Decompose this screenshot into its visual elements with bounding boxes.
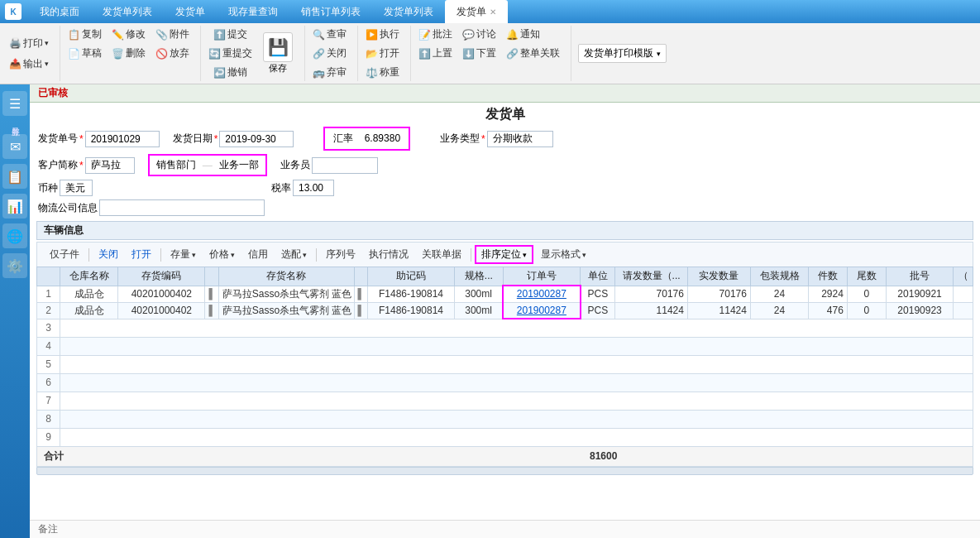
sidebar-icon-reports[interactable]: 📊 — [2, 194, 27, 219]
credit-btn[interactable]: 信用 — [242, 246, 274, 263]
close-doc-button[interactable]: 🔗 关闭 — [308, 45, 351, 62]
weigh-icon: ⚖️ — [366, 67, 378, 79]
match-dropdown-icon[interactable]: ▾ — [303, 251, 307, 259]
row-item-code: 40201000402 — [118, 286, 205, 302]
submit-button[interactable]: ⬆️ 提交 — [209, 26, 251, 43]
close-rows-btn[interactable]: 关闭 — [93, 246, 124, 263]
nav-delivery-list2[interactable]: 发货单列表 — [372, 0, 445, 23]
resubmit-button[interactable]: 🔄 重提交 — [204, 45, 256, 62]
attach-button[interactable]: 📎 附件 — [151, 26, 194, 43]
copy-button[interactable]: 📋 复制 — [64, 26, 106, 43]
order-link[interactable]: 201900287 — [517, 288, 566, 300]
row-pieces: 2924 — [809, 286, 848, 302]
row-order-no[interactable]: 201900287 — [503, 286, 581, 302]
execute-button[interactable]: ▶️ 执行 — [361, 26, 404, 43]
nav-delivery-doc2[interactable]: 发货单 ✕ — [445, 0, 508, 23]
sidebar-icon-tasks[interactable]: 📋 — [2, 164, 27, 189]
dept-sep: — — [203, 160, 213, 171]
child-item-btn[interactable]: 仅子件 — [44, 246, 85, 263]
stock-btn[interactable]: 存量 ▾ — [165, 246, 202, 263]
nav-my-desk[interactable]: 我的桌面 — [28, 0, 91, 23]
nav-delivery-list1[interactable]: 发货单列表 — [91, 0, 164, 23]
row-act-qty: 70176 — [687, 286, 750, 302]
customer-value[interactable]: 萨马拉 — [85, 157, 135, 174]
biz-type-value[interactable]: 分期收款 — [487, 131, 553, 147]
draft-button[interactable]: 📄 草稿 — [64, 45, 106, 62]
app-logo: K — [5, 3, 22, 20]
row-order-no[interactable]: 201900287 — [503, 302, 581, 319]
nav-stock-query[interactable]: 现存量查询 — [217, 0, 289, 23]
row-extra — [954, 302, 973, 319]
weigh-button[interactable]: ⚖️ 称重 — [361, 64, 404, 81]
sort-pos-dropdown-icon[interactable]: ▾ — [523, 251, 527, 259]
nav-sales-order-list[interactable]: 销售订单列表 — [289, 0, 372, 23]
table-row: 2 成品仓 40201000402 ▌ 萨马拉Sasso杀虫气雾剂 蓝色（加纳）… — [37, 302, 973, 319]
sort-pos-btn[interactable]: 排序定位 ▾ — [475, 245, 533, 264]
row-pack-spec: 24 — [750, 302, 808, 319]
print-icon: 🖨️ — [9, 37, 22, 49]
match-btn[interactable]: 选配 ▾ — [275, 246, 313, 263]
print-button[interactable]: 🖨️ 打印 ▾ — [5, 34, 53, 53]
edit-button[interactable]: ✏️ 修改 — [108, 26, 150, 43]
notify-button[interactable]: 🔔 通知 — [502, 26, 544, 43]
sidebar-icon-nav[interactable]: ☰ — [2, 91, 27, 116]
annotate-button[interactable]: 📝 批注 — [414, 26, 457, 43]
exec-status-btn[interactable]: 执行情况 — [363, 246, 414, 263]
table-row: 4 — [37, 337, 973, 355]
close-doc-icon: 🔗 — [313, 48, 325, 60]
show-format-dropdown-icon[interactable]: ▾ — [582, 251, 586, 259]
seq-no-btn[interactable]: 序列号 — [320, 246, 361, 263]
col-req-qty: 请发数量（... — [615, 267, 688, 286]
date-value[interactable]: 2019-09-30 — [219, 131, 294, 147]
row-memo-code: F1486-190814 — [367, 302, 454, 319]
row-warehouse: 成品仓 — [60, 286, 118, 302]
link-all-button[interactable]: 🔗 整单关联 — [502, 45, 564, 62]
tax-rate-field: 税率 13.00 — [271, 180, 334, 196]
delete-button[interactable]: 🗑️ 删除 — [108, 45, 150, 62]
row-num: 1 — [37, 286, 60, 302]
export-button[interactable]: 📤 输出 ▾ — [5, 55, 53, 74]
col-flag2 — [354, 267, 367, 286]
row-batch: 20190923 — [886, 302, 954, 319]
close-tab-icon[interactable]: ✕ — [490, 7, 496, 17]
print-template-dropdown-icon[interactable]: ▾ — [657, 50, 661, 58]
sidebar-icon-mail[interactable]: ✉ — [2, 134, 27, 159]
save-button[interactable]: 💾 — [263, 32, 293, 62]
tax-rate-value[interactable]: 13.00 — [293, 180, 334, 196]
col-remainder: 尾数 — [847, 267, 886, 286]
currency-value[interactable]: 美元 — [60, 180, 93, 196]
export-dropdown-icon[interactable]: ▾ — [45, 60, 49, 68]
row-item-name: 萨马拉Sasso杀虫气雾剂 蓝色（加纳） — [218, 286, 354, 302]
price-dropdown-icon[interactable]: ▾ — [231, 251, 235, 259]
vehicle-section-header: 车辆信息 — [36, 221, 973, 240]
price-btn[interactable]: 价格 ▾ — [203, 246, 241, 263]
h-scrollbar[interactable] — [36, 467, 973, 475]
dept-value[interactable]: 业务一部 — [219, 158, 259, 172]
nav-delivery-doc1[interactable]: 发货单 — [164, 0, 217, 23]
stock-dropdown-icon[interactable]: ▾ — [192, 251, 196, 259]
pin-bottom-button[interactable]: ⬇️ 下置 — [458, 45, 500, 62]
total-qty: 81600 — [590, 450, 617, 462]
doc-title: 发货单 — [30, 103, 980, 125]
biz-person-value[interactable] — [312, 157, 378, 174]
discard-button[interactable]: 🚫 放弃 — [151, 45, 194, 62]
pin-top-button[interactable]: ⬆️ 上置 — [414, 45, 457, 62]
date-field: 发货日期 * 2019-09-30 — [173, 131, 294, 147]
review-button[interactable]: 🔍 查审 — [308, 26, 351, 43]
order-link[interactable]: 201900287 — [517, 305, 566, 316]
doc-no-value[interactable]: 201901029 — [85, 131, 160, 147]
related-doc-btn[interactable]: 关联单据 — [416, 246, 467, 263]
open-rows-btn[interactable]: 打开 — [126, 246, 157, 263]
open-button[interactable]: 📂 打开 — [361, 45, 404, 62]
sidebar-icon-control[interactable]: ⚙️ — [2, 253, 27, 278]
logistics-value[interactable] — [99, 199, 265, 216]
show-format-btn[interactable]: 显示格式 ▾ — [535, 246, 592, 263]
cancel-submit-button[interactable]: ↩️ 撤销 — [209, 64, 251, 81]
abandon-review-button[interactable]: 🚌 弃审 — [308, 64, 351, 81]
print-template-selector[interactable]: 发货单打印模版 ▾ — [578, 44, 667, 63]
discuss-button[interactable]: 💬 讨论 — [458, 26, 500, 43]
exchange-rate-value[interactable]: 6.89380 — [365, 132, 400, 144]
sidebar-icon-biznet[interactable]: 🌐 — [2, 223, 27, 248]
print-dropdown-icon[interactable]: ▾ — [45, 39, 49, 47]
table-row: 7 — [37, 391, 973, 410]
